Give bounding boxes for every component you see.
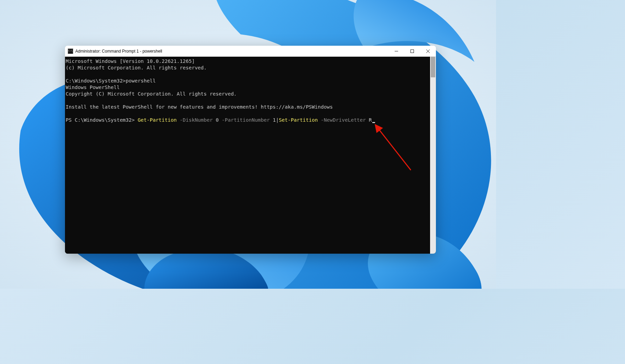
param-partitionnumber: -PartitionNumber [222, 117, 270, 123]
cmdlet-set-partition: Set-Partition [279, 117, 318, 123]
version-line: Microsoft Windows [Version 10.0.22621.12… [66, 58, 195, 64]
terminal-output[interactable]: Microsoft Windows [Version 10.0.22621.12… [65, 57, 430, 254]
window-title: Administrator: Command Prompt 1 - powers… [75, 49, 388, 54]
ps-banner: Windows PowerShell [66, 85, 120, 90]
svg-rect-1 [411, 49, 414, 53]
param-newdriveletter: -NewDriveLetter [318, 117, 366, 123]
ps-prompt: PS C:\Windows\System32> [66, 117, 138, 123]
pipe-operator: | [276, 117, 279, 123]
cmd-input: powershell [126, 78, 156, 84]
scrollbar-thumb[interactable] [431, 57, 435, 77]
ps-install-msg: Install the latest PowerShell for new fe… [66, 104, 333, 110]
close-button[interactable] [420, 46, 436, 56]
arg-disknumber: 0 [213, 117, 222, 123]
scrollbar[interactable] [430, 57, 436, 254]
param-disknumber: -DiskNumber [177, 117, 213, 123]
window-controls [388, 46, 436, 56]
terminal-cursor [372, 122, 375, 123]
copyright-line: (c) Microsoft Corporation. All rights re… [66, 65, 207, 70]
titlebar[interactable]: C:\ Administrator: Command Prompt 1 - po… [65, 46, 436, 57]
maximize-button[interactable] [404, 46, 420, 56]
ps-copyright: Copyright (C) Microsoft Corporation. All… [66, 91, 237, 97]
minimize-button[interactable] [388, 46, 404, 56]
cmd-prompt: C:\Windows\System32> [66, 78, 126, 84]
command-prompt-window: C:\ Administrator: Command Prompt 1 - po… [65, 46, 436, 254]
app-icon: C:\ [68, 48, 73, 54]
arg-partitionnumber: 1 [270, 117, 276, 123]
cmdlet-get-partition: Get-Partition [138, 117, 177, 123]
arg-newdriveletter: R [366, 117, 372, 123]
